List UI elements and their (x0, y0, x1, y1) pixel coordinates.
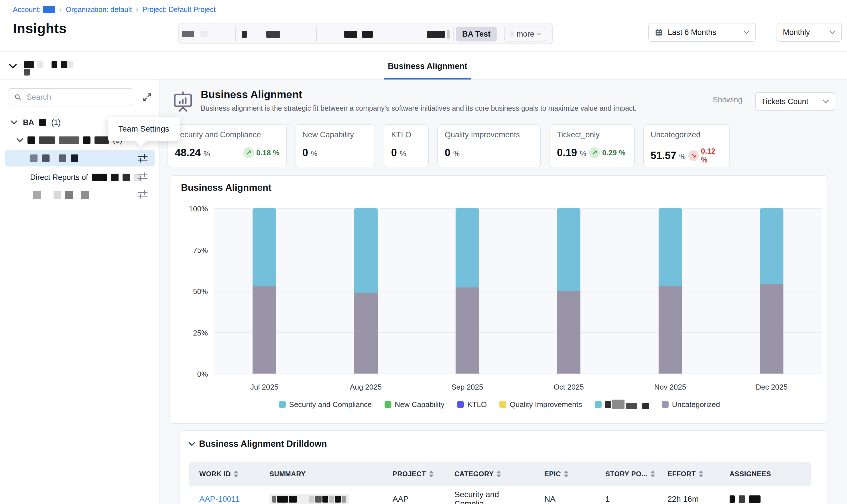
main-panel: Business Alignment Business alignment is… (160, 79, 847, 504)
filter-divider (316, 26, 317, 41)
breadcrumb-account[interactable]: Account: (13, 5, 55, 14)
search-input[interactable] (26, 93, 126, 102)
bar-segment-uncategorized[interactable] (354, 293, 378, 374)
stacked-bar-jul-2025[interactable] (253, 208, 276, 374)
sort-icon[interactable] (234, 470, 238, 478)
legend-item-ktlo[interactable]: KTLO (457, 400, 487, 409)
bar-segment-security-and-compliance[interactable] (659, 208, 682, 286)
redacted-name (81, 191, 89, 199)
redacted-filter-label[interactable] (242, 31, 247, 38)
tab-business-alignment[interactable]: Business Alignment (384, 53, 471, 79)
bar-segment-security-and-compliance[interactable] (557, 208, 581, 291)
breadcrumb-project[interactable]: Project: Default Project (142, 5, 215, 14)
metric-card-uncategorized[interactable]: Uncategorized 51.57 % ↘ 0.12 % (643, 124, 730, 167)
column-header-story-po-[interactable]: STORY PO... (595, 470, 657, 478)
column-label: EPIC (544, 470, 561, 478)
team-settings-icon[interactable] (137, 152, 149, 165)
chevron-down-icon (8, 64, 17, 69)
metric-card-ktlo[interactable]: KTLO 0 % (384, 124, 429, 167)
filter-divider (396, 26, 396, 41)
tree-node-ba[interactable]: BA (1) (10, 116, 61, 129)
tree-node-team[interactable] (33, 189, 89, 201)
redacted-filter-label[interactable] (362, 31, 373, 38)
metric-card-new-capability[interactable]: New Capability 0 % (295, 124, 375, 167)
legend-item-uncategorized[interactable]: Uncategorized (662, 400, 720, 409)
drilldown-title: Business Alignment Drilldown (199, 439, 327, 449)
stacked-bar-oct-2025[interactable] (557, 208, 581, 374)
bar-segment-security-and-compliance[interactable] (354, 208, 378, 293)
delta-value: 0.29 % (602, 148, 625, 157)
sort-icon[interactable] (651, 470, 655, 478)
date-range-dropdown[interactable]: Last 6 Months (648, 23, 756, 42)
card-title: Quality Improvements (445, 130, 534, 139)
sidebar-search[interactable] (8, 88, 132, 106)
legend-item-redacted[interactable] (595, 400, 649, 409)
showing-metric-dropdown[interactable]: Tickets Count (755, 92, 835, 111)
column-label: ASSIGNEES (730, 470, 771, 478)
bar-segment-security-and-compliance[interactable] (760, 208, 783, 284)
column-header-project[interactable]: PROJECT (382, 470, 444, 478)
redacted-tree-label (83, 137, 90, 144)
redacted-filter-label[interactable] (427, 31, 445, 38)
bar-segment-uncategorized[interactable] (659, 286, 682, 374)
bar-segment-uncategorized[interactable] (455, 287, 479, 374)
column-header-assignees: ASSIGNEES (719, 470, 811, 478)
bar-segment-security-and-compliance[interactable] (253, 208, 276, 286)
team-chip-ba-test[interactable]: BA Test (456, 26, 497, 41)
collapse-section-control[interactable] (8, 59, 84, 75)
work-id-link[interactable]: AAP-10011 (199, 494, 240, 504)
sort-icon[interactable] (429, 470, 433, 478)
redacted-filter-label[interactable] (182, 31, 194, 37)
legend-label: Security and Compliance (289, 400, 372, 409)
redacted-filter-label[interactable] (344, 31, 357, 38)
bar-segment-uncategorized[interactable] (557, 291, 581, 374)
date-range-value: Last 6 Months (668, 28, 716, 37)
team-settings-icon[interactable] (137, 170, 149, 184)
content-body: BA (1) (3) (0, 79, 847, 504)
redacted-name (65, 191, 73, 199)
metric-card-quality-improvements[interactable]: Quality Improvements 0 % (437, 124, 541, 167)
breadcrumb-organization[interactable]: Organization: default (66, 5, 132, 14)
column-label: PROJECT (393, 470, 426, 478)
chevron-down-icon (823, 100, 829, 104)
more-teams-button[interactable]: more (504, 26, 546, 41)
drilldown-header[interactable]: Business Alignment Drilldown (188, 439, 327, 449)
bar-segment-uncategorized[interactable] (760, 284, 783, 374)
column-label: WORK ID (199, 470, 231, 478)
more-label: more (517, 30, 534, 39)
metric-card-security-and-compliance[interactable]: Security and Compliance 48.24 % ↗ 0.18 % (168, 124, 287, 167)
redacted-filter-label[interactable] (266, 31, 280, 38)
sort-icon[interactable] (497, 470, 501, 478)
bar-segment-security-and-compliance[interactable] (455, 208, 479, 287)
y-tick-label: 25% (174, 329, 208, 338)
table-row[interactable]: AAP-10011 AAP Security and Complia... NA… (189, 486, 811, 504)
table-body: AAP-10011 AAP Security and Complia... NA… (189, 486, 811, 504)
tree-node-group[interactable]: (3) (16, 134, 122, 146)
legend-item-new-capability[interactable]: New Capability (384, 400, 444, 409)
legend-item-quality-improvements[interactable]: Quality Improvements (499, 400, 582, 409)
metric-card-tickect-only[interactable]: Tickect_only 0.19 % ↗ 0.29 % (550, 124, 635, 167)
tree-node-selected-team[interactable] (5, 150, 155, 166)
expand-sidebar-icon[interactable] (141, 91, 154, 104)
column-header-work-id[interactable]: WORK ID (189, 470, 259, 478)
sort-icon[interactable] (564, 470, 568, 478)
column-header-effort[interactable]: EFFORT (657, 470, 719, 478)
x-tick-label: Nov 2025 (642, 383, 699, 392)
stacked-bar-nov-2025[interactable] (659, 208, 682, 374)
column-header-category[interactable]: CATEGORY (444, 470, 534, 478)
bar-segment-uncategorized[interactable] (253, 286, 276, 374)
top-header: Account: › Organization: default › Proje… (0, 0, 847, 52)
chart-legend: Security and ComplianceNew CapabilityKTL… (170, 400, 829, 409)
tree-node-direct-reports[interactable]: Direct Reports of (30, 171, 141, 184)
sort-icon[interactable] (699, 470, 703, 478)
card-unit: % (204, 149, 210, 158)
legend-item-security-and-compliance[interactable]: Security and Compliance (279, 400, 372, 409)
granularity-dropdown[interactable]: Monthly (777, 23, 842, 42)
team-settings-icon[interactable] (137, 188, 149, 201)
stacked-bar-dec-2025[interactable] (760, 208, 783, 374)
stacked-bar-sep-2025[interactable] (455, 208, 479, 374)
card-title: KTLO (391, 130, 421, 139)
legend-label: Uncategorized (672, 400, 720, 409)
column-header-epic[interactable]: EPIC (534, 470, 595, 478)
stacked-bar-aug-2025[interactable] (354, 208, 378, 374)
